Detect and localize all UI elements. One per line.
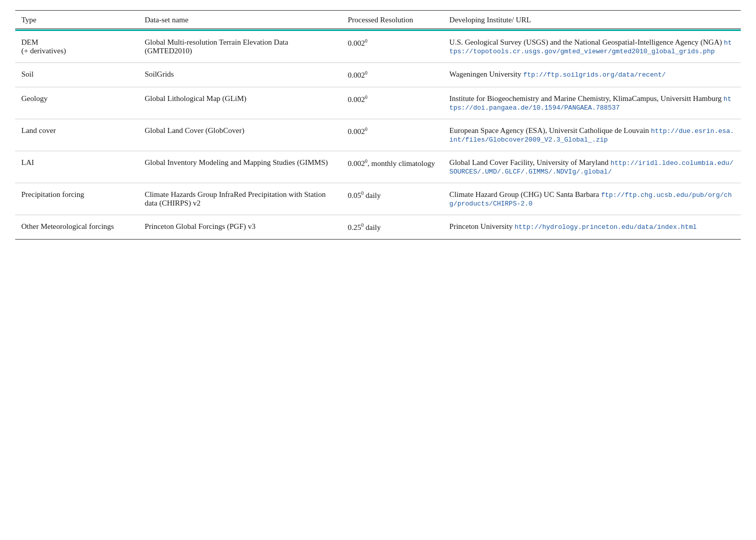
cell-type: Other Meteorological forcings: [15, 215, 139, 240]
institute-name: Institute for Biogeochemistry and Marine…: [449, 94, 724, 103]
institute-name: Wageningen University: [449, 70, 523, 78]
cell-resolution: 0.050 daily: [342, 183, 443, 215]
cell-resolution: 0.0020: [342, 87, 443, 119]
cell-resolution: 0.0020: [342, 119, 443, 151]
institute-link[interactable]: ftp://ftp.soilgrids.org/data/recent/: [523, 71, 666, 79]
data-table: Type Data-set name Processed Resolution …: [15, 10, 741, 240]
table-header-row: Type Data-set name Processed Resolution …: [15, 11, 741, 29]
table-body: DEM(+ derivatives)Global Multi-resolutio…: [15, 30, 741, 240]
table-row: LAIGlobal Inventory Modeling and Mapping…: [15, 151, 741, 183]
table-row: Precipitation forcingClimate Hazards Gro…: [15, 183, 741, 215]
cell-type: LAI: [15, 151, 139, 183]
cell-type: DEM(+ derivatives): [15, 30, 139, 63]
cell-institute: Climate Hazard Group (CHG) UC Santa Barb…: [443, 183, 741, 215]
col-header-institute: Developing Institute/ URL: [443, 11, 741, 29]
institute-name: European Space Agency (ESA), Universit C…: [449, 126, 651, 134]
cell-institute: Princeton University http://hydrology.pr…: [443, 215, 741, 240]
col-header-resolution: Processed Resolution: [342, 11, 443, 29]
cell-resolution: 0.0020: [342, 63, 443, 87]
cell-type: Land cover: [15, 119, 139, 151]
institute-name: Climate Hazard Group (CHG) UC Santa Barb…: [449, 190, 601, 198]
table-row: SoilSoilGrids0.0020Wageningen University…: [15, 63, 741, 87]
table-row: Land coverGlobal Land Cover (GlobCover)0…: [15, 119, 741, 151]
col-header-type: Type: [15, 11, 139, 29]
institute-name: U.S. Geological Survey (USGS) and the Na…: [449, 38, 724, 46]
cell-institute: Institute for Biogeochemistry and Marine…: [443, 87, 741, 119]
cell-type: Precipitation forcing: [15, 183, 139, 215]
cell-institute: Wageningen University ftp://ftp.soilgrid…: [443, 63, 741, 87]
cell-dataset: Global Lithological Map (GLiM): [139, 87, 342, 119]
cell-dataset: Global Inventory Modeling and Mapping St…: [139, 151, 342, 183]
cell-type: Soil: [15, 63, 139, 87]
cell-institute: U.S. Geological Survey (USGS) and the Na…: [443, 30, 741, 63]
col-header-dataset: Data-set name: [139, 11, 342, 29]
cell-type: Geology: [15, 87, 139, 119]
table-row: Other Meteorological forcingsPrinceton G…: [15, 215, 741, 240]
cell-resolution: 0.0020: [342, 30, 443, 63]
institute-name: Global Land Cover Facility, University o…: [449, 158, 610, 166]
cell-dataset: Global Land Cover (GlobCover): [139, 119, 342, 151]
institute-link[interactable]: http://hydrology.princeton.edu/data/inde…: [514, 223, 697, 231]
cell-resolution: 0.0020, monthly climatology: [342, 151, 443, 183]
cell-resolution: 0.250 daily: [342, 215, 443, 240]
table-row: DEM(+ derivatives)Global Multi-resolutio…: [15, 30, 741, 63]
institute-name: Princeton University: [449, 222, 514, 230]
cell-institute: European Space Agency (ESA), Universit C…: [443, 119, 741, 151]
cell-dataset: Global Multi-resolution Terrain Elevatio…: [139, 30, 342, 63]
cell-dataset: SoilGrids: [139, 63, 342, 87]
cell-dataset: Princeton Global Forcings (PGF) v3: [139, 215, 342, 240]
cell-dataset: Climate Hazards Group InfraRed Precipita…: [139, 183, 342, 215]
table-row: GeologyGlobal Lithological Map (GLiM)0.0…: [15, 87, 741, 119]
cell-institute: Global Land Cover Facility, University o…: [443, 151, 741, 183]
